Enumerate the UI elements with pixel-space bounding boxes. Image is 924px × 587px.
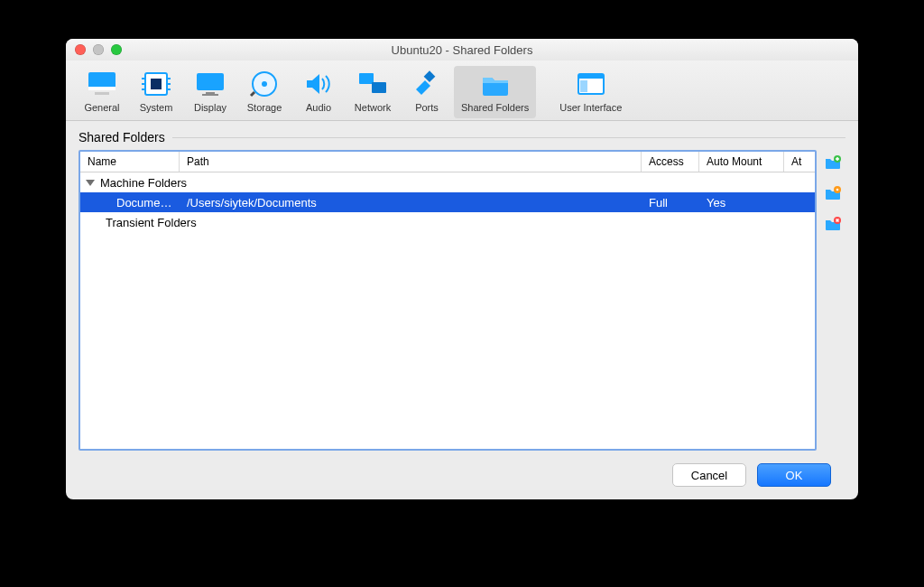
tab-general[interactable]: General	[75, 66, 129, 118]
tab-display[interactable]: Display	[183, 66, 237, 118]
window-title: Ubuntu20 - Shared Folders	[66, 43, 858, 57]
tab-system[interactable]: System	[129, 66, 183, 118]
zoom-window-button[interactable]	[111, 44, 122, 55]
chip-icon	[140, 70, 172, 98]
add-folder-button[interactable]	[824, 154, 842, 172]
delete-folder-button[interactable]	[824, 215, 842, 233]
svg-rect-4	[151, 79, 162, 89]
ports-icon	[411, 70, 443, 98]
close-window-button[interactable]	[75, 44, 86, 55]
ok-button[interactable]: OK	[757, 463, 831, 487]
tab-display-label: Display	[194, 102, 226, 113]
minimize-window-button[interactable]	[93, 44, 104, 55]
table-header: Name Path Access Auto Mount At	[80, 152, 815, 172]
chevron-down-icon	[86, 180, 95, 186]
tab-ports[interactable]: Ports	[400, 66, 454, 118]
svg-rect-20	[578, 74, 604, 79]
svg-rect-12	[206, 92, 215, 94]
divider	[172, 137, 845, 138]
tab-general-label: General	[84, 102, 119, 113]
tab-shared-folders-label: Shared Folders	[461, 102, 529, 113]
svg-rect-2	[95, 92, 109, 95]
tab-storage-label: Storage	[247, 102, 282, 113]
row-name: Documents	[80, 196, 180, 210]
group-label: Transient Folders	[106, 216, 197, 229]
display-icon	[194, 70, 226, 98]
table-row[interactable]: Documents /Users/siytek/Documents Full Y…	[80, 192, 815, 212]
svg-rect-1	[88, 87, 116, 90]
disk-icon	[248, 70, 281, 98]
titlebar: Ubuntu20 - Shared Folders	[66, 39, 858, 61]
group-machine-folders[interactable]: Machine Folders	[80, 172, 815, 192]
svg-point-15	[262, 81, 267, 87]
group-transient-folders[interactable]: Transient Folders	[80, 212, 815, 232]
tab-network-label: Network	[355, 102, 391, 113]
monitor-icon	[86, 70, 118, 98]
tab-shared-folders[interactable]: Shared Folders	[454, 66, 536, 118]
row-auto: Yes	[699, 196, 784, 210]
col-access[interactable]: Access	[642, 152, 699, 172]
shared-folders-section: Shared Folders Name Path Access Auto Mou…	[66, 121, 858, 499]
table-body: Machine Folders Documents /Users/siytek/…	[80, 172, 815, 449]
row-path: /Users/siytek/Documents	[180, 196, 642, 210]
folder-x-icon	[824, 215, 842, 233]
tab-storage[interactable]: Storage	[237, 66, 291, 118]
tab-user-interface-label: User Interface	[559, 102, 622, 113]
cancel-button[interactable]: Cancel	[672, 463, 746, 487]
tab-system-label: System	[140, 102, 173, 113]
folder-plus-icon	[824, 154, 842, 172]
svg-rect-13	[202, 94, 218, 96]
svg-rect-21	[580, 80, 587, 92]
network-icon	[356, 70, 389, 98]
section-title: Shared Folders	[79, 130, 165, 144]
window-layout-icon	[575, 70, 607, 98]
window-controls	[75, 44, 122, 55]
group-label: Machine Folders	[100, 176, 187, 190]
tab-audio[interactable]: Audio	[291, 66, 346, 118]
svg-rect-11	[197, 73, 224, 90]
folder-gear-icon	[824, 184, 842, 202]
side-actions	[824, 150, 845, 451]
settings-toolbar: General System Display Storage Audio	[66, 61, 858, 121]
svg-rect-16	[359, 73, 374, 84]
tab-ports-label: Ports	[415, 102, 439, 113]
col-at[interactable]: At	[784, 152, 815, 172]
row-access: Full	[642, 196, 699, 210]
col-name[interactable]: Name	[80, 152, 180, 172]
col-auto-mount[interactable]: Auto Mount	[699, 152, 784, 172]
folders-table[interactable]: Name Path Access Auto Mount At Machine F…	[79, 150, 817, 451]
svg-point-24	[836, 189, 839, 191]
folder-icon	[479, 70, 512, 98]
settings-window: Ubuntu20 - Shared Folders General System…	[66, 39, 858, 499]
tab-user-interface[interactable]: User Interface	[552, 66, 629, 118]
tab-audio-label: Audio	[306, 102, 331, 113]
col-path[interactable]: Path	[180, 152, 642, 172]
svg-rect-17	[372, 82, 386, 93]
speaker-icon	[302, 70, 335, 98]
tab-network[interactable]: Network	[346, 66, 400, 118]
dialog-footer: Cancel OK	[79, 451, 845, 499]
edit-folder-button[interactable]	[824, 184, 842, 202]
svg-rect-18	[424, 70, 436, 82]
